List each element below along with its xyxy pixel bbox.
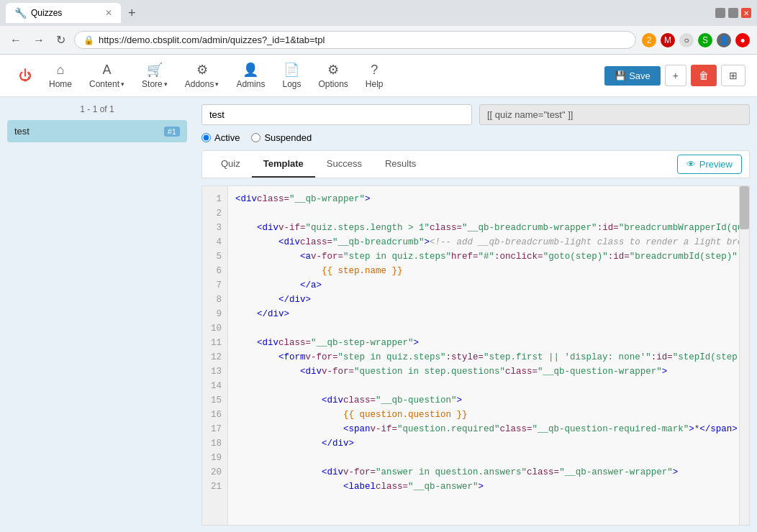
new-tab-button[interactable]: + [124, 4, 140, 22]
nav-home[interactable]: ⌂ Home [42, 60, 79, 92]
nav-options[interactable]: ⚙ Options [311, 59, 355, 92]
ext-icon-1: 2 [642, 33, 656, 47]
tabs-container: Quiz Template Success Results 👁 Preview [201, 150, 750, 178]
code-line-18: </div> [235, 436, 732, 451]
nav-addons[interactable]: ⚙ Addons ▾ [178, 59, 227, 92]
code-line-10 [235, 321, 732, 336]
code-line-1: <div class="__qb-wrapper"> [235, 192, 732, 206]
ext-icon-2: M [661, 33, 675, 47]
shortcode-display: [[ quiz name="test" ]] [479, 104, 750, 125]
code-line-4: <div class="__qb-breadcrumb"> <!-- add _… [235, 235, 732, 249]
forward-button[interactable]: → [30, 32, 47, 48]
lock-icon: 🔒 [83, 35, 94, 45]
code-editor: 12345 678910 1112131415 1617181920 21 <d… [201, 185, 750, 526]
code-line-6: {{ step.name }} [235, 264, 732, 278]
code-line-3: <div v-if="quiz.steps.length > 1" class=… [235, 221, 732, 235]
ext-icon-3: ○ [679, 33, 694, 47]
code-area[interactable]: <div class="__qb-wrapper"> <div v-if="qu… [228, 186, 739, 525]
code-line-2 [235, 206, 732, 221]
nav-help[interactable]: ? Help [358, 60, 391, 92]
tab-success[interactable]: Success [315, 151, 373, 178]
content-icon: A [103, 63, 112, 78]
code-line-17: <span v-if="question.required" class="__… [235, 422, 732, 436]
code-line-13: <div v-for="question in step.questions" … [235, 364, 732, 379]
tab-quiz[interactable]: Quiz [209, 151, 252, 178]
expand-button[interactable]: ⊞ [721, 65, 745, 86]
home-label: Home [49, 79, 72, 89]
help-icon: ? [371, 63, 378, 78]
delete-button[interactable]: 🗑 [691, 65, 717, 86]
nav-admins[interactable]: 👤 Admins [229, 59, 272, 92]
line-numbers: 12345 678910 1112131415 1617181920 21 [202, 186, 228, 525]
code-content[interactable]: 12345 678910 1112131415 1617181920 21 <d… [202, 186, 749, 525]
reload-button[interactable]: ↻ [53, 32, 68, 48]
sidebar-count: 1 - 1 of 1 [7, 104, 187, 114]
ext-icon-4: S [698, 33, 712, 47]
browser-tab[interactable]: 🔧 Quizzes ✕ [6, 3, 121, 23]
store-dropdown-arrow: ▾ [164, 81, 168, 88]
status-radio-group: Active Suspended [201, 132, 750, 143]
admins-icon: 👤 [242, 62, 258, 78]
tab-close-button[interactable]: ✕ [105, 8, 112, 18]
code-line-20: <div v-for="answer in question.answers" … [235, 465, 732, 480]
logs-label: Logs [282, 79, 301, 89]
browser-extension-icons: 2 M ○ S 👤 ● [642, 33, 750, 47]
top-controls: [[ quiz name="test" ]] [201, 104, 750, 125]
eye-icon: 👁 [686, 159, 696, 170]
save-icon: 💾 [615, 70, 626, 81]
scrollbar-thumb[interactable] [740, 186, 749, 229]
minimize-button[interactable] [715, 8, 725, 18]
quiz-name-input[interactable] [201, 104, 472, 125]
code-line-11: <div class="__qb-step-wrapper"> [235, 336, 732, 350]
radio-active-input[interactable] [201, 133, 211, 142]
radio-suspended[interactable]: Suspended [251, 132, 312, 143]
tabs-bar: Quiz Template Success Results 👁 Preview [202, 151, 749, 178]
code-line-21: <label class="__qb-answer"> [235, 480, 732, 494]
main-content: 1 - 1 of 1 test #1 [[ quiz name="test" ]… [0, 97, 757, 532]
app-header: ⏻ ⌂ Home A Content ▾ 🛒 Store ▾ ⚙ Addons … [0, 55, 757, 97]
nav-home-power[interactable]: ⏻ [12, 65, 39, 86]
options-icon: ⚙ [327, 62, 339, 78]
vertical-scrollbar[interactable] [739, 186, 749, 525]
radio-suspended-input[interactable] [251, 133, 260, 142]
radio-active[interactable]: Active [201, 132, 240, 143]
radio-active-label: Active [214, 132, 240, 143]
code-line-16: {{ question.question }} [235, 408, 732, 422]
tab-results[interactable]: Results [373, 151, 427, 178]
maximize-button[interactable] [728, 8, 738, 18]
home-icon: ⌂ [57, 63, 65, 78]
code-line-14 [235, 379, 732, 393]
sidebar: 1 - 1 of 1 test #1 [0, 97, 194, 532]
back-button[interactable]: ← [7, 32, 24, 48]
browser-titlebar: 🔧 Quizzes ✕ + ✕ [0, 0, 757, 26]
url-text: https://demo.cbsplit.com/admin/quizzes?_… [99, 35, 325, 45]
nav-store[interactable]: 🛒 Store ▾ [135, 59, 175, 92]
list-item[interactable]: test #1 [7, 120, 187, 142]
nav-content[interactable]: A Content ▾ [82, 60, 132, 92]
window-controls: ✕ [715, 8, 751, 18]
tab-title: Quizzes [31, 8, 62, 18]
tab-favicon: 🔧 [14, 7, 27, 19]
sidebar-item-name: test [14, 126, 30, 137]
power-icon: ⏻ [19, 68, 32, 83]
addons-icon: ⚙ [196, 62, 208, 78]
ext-icon-5: 👤 [717, 33, 731, 47]
code-line-12: <form v-for="step in quiz.steps" :style=… [235, 350, 732, 364]
sidebar-item-badge: #1 [164, 127, 180, 137]
nav-logs[interactable]: 📄 Logs [275, 59, 308, 92]
tab-template[interactable]: Template [252, 151, 315, 178]
store-label: Store ▾ [142, 79, 168, 89]
code-line-5: <a v-for="step in quiz.steps" href="#" :… [235, 249, 732, 264]
code-line-8: </div> [235, 293, 732, 307]
url-bar[interactable]: 🔒 https://demo.cbsplit.com/admin/quizzes… [74, 31, 636, 49]
right-panel: [[ quiz name="test" ]] Active Suspended … [194, 97, 757, 532]
header-actions: 💾 Save + 🗑 ⊞ [604, 65, 745, 86]
help-label: Help [366, 79, 384, 89]
save-button[interactable]: 💾 Save [604, 66, 661, 86]
preview-button[interactable]: 👁 Preview [677, 155, 742, 174]
close-button[interactable]: ✕ [741, 8, 751, 18]
tab-bar: 🔧 Quizzes ✕ + [6, 3, 140, 23]
code-line-15: <div class="__qb-question"> [235, 393, 732, 408]
code-line-19 [235, 451, 732, 465]
add-button[interactable]: + [665, 65, 686, 86]
